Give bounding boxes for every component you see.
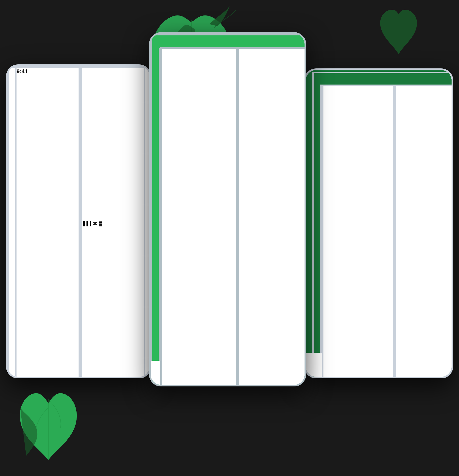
signal-icon-c: ▐▐▐ xyxy=(239,221,248,227)
battery-icon-c: ▓ xyxy=(256,221,259,227)
status-row-right: 9:41 ▐▐▐ ⌘ ▓ xyxy=(320,85,453,378)
signal-icon-r: ▐▐▐ xyxy=(396,237,406,242)
left-phone: 9:41 ▐▐▐ ⌘ ▓ ‹ Make a Payment Amount £13… xyxy=(6,64,151,378)
center-status-icons: ▐▐▐ ⌘ ▓ xyxy=(237,47,306,386)
status-time-right: 9:41 xyxy=(322,85,395,378)
top-bar-right: 9:41 ▐▐▐ ⌘ ▓ xyxy=(312,72,453,378)
signal-icon: ▐▐▐ xyxy=(82,221,91,226)
right-status-icons: ▐▐▐ ⌘ ▓ xyxy=(395,85,453,378)
wifi-icon: ⌘ xyxy=(93,221,97,226)
right-phone: 9:41 ▐▐▐ ⌘ ▓ 👤 £300.44 tred business ))) xyxy=(304,68,453,378)
status-time-center: 9:41 xyxy=(160,47,237,386)
center-phone: 9:41 ▐▐▐ ⌘ ▓ tred 👤 All accounts Tred Ha… xyxy=(149,32,306,386)
status-time-left: 9:41 xyxy=(15,67,80,378)
status-bar-left: 9:41 ▐▐▐ ⌘ ▓ xyxy=(8,66,151,378)
right-green-section: 9:41 ▐▐▐ ⌘ ▓ 👤 £300.44 tred business ))) xyxy=(306,70,451,378)
status-row-center: 9:41 ▐▐▐ ⌘ ▓ xyxy=(159,48,306,386)
battery-icon-r: ▓ xyxy=(414,237,417,242)
wifi-icon-r: ⌘ xyxy=(407,237,412,242)
battery-icon: ▓ xyxy=(99,221,102,226)
status-icons-left: ▐▐▐ ⌘ ▓ xyxy=(80,67,145,378)
top-bar-center: 9:41 ▐▐▐ ⌘ ▓ xyxy=(151,34,306,386)
wifi-icon-c: ⌘ xyxy=(250,221,254,227)
